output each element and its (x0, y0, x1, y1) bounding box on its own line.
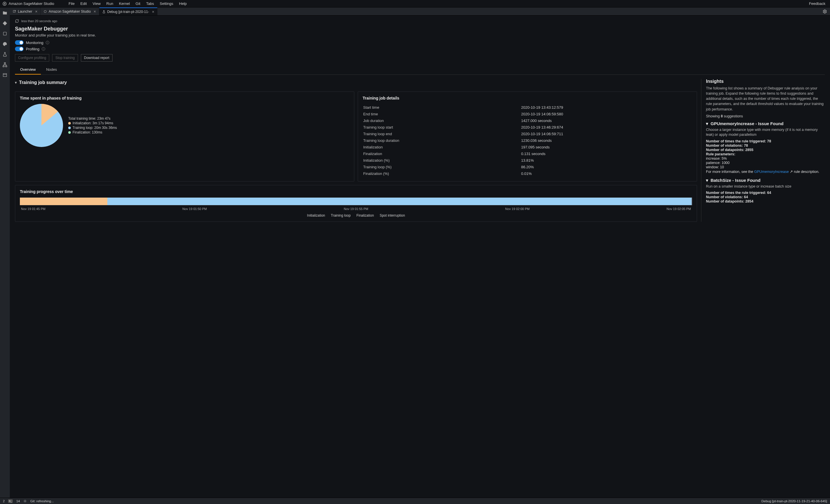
tab-debug[interactable]: Debug [pt-train-pt-2020-11- × (99, 7, 158, 15)
terminal-icon[interactable]: $_ (8, 499, 13, 503)
legend-dot-init (68, 122, 71, 125)
insights-heading: Insights (706, 79, 825, 84)
hierarchy-icon[interactable] (2, 62, 7, 67)
axis-tick: Nov 19 02:00 PM (505, 207, 530, 210)
rule-params-label: Rule parameters: (706, 152, 735, 156)
phases-title: Time spent in phases of training (20, 96, 349, 100)
monitoring-label: Monitoring (26, 40, 43, 45)
statusbar: 2 $_ 14 Git: refreshing... Debug [pt-tra… (0, 498, 830, 504)
rule-violations: Number of violations: 64 (706, 195, 748, 199)
training-summary-head[interactable]: ▾ Training job summary (15, 80, 697, 85)
detail-key: Job duration (363, 117, 521, 124)
detail-key: Initialization (363, 144, 521, 150)
rule-batchsize: ▾ BatchSize - Issue Found Run on a small… (706, 178, 825, 204)
detail-value: 1230.036 seconds (521, 137, 692, 143)
configure-profiling-button[interactable]: Configure profiling (15, 54, 49, 62)
close-icon[interactable]: × (152, 9, 154, 14)
progress-card: Training progress over time Nov 19 01:45… (15, 185, 697, 222)
profiling-toggle[interactable] (15, 46, 24, 51)
page-title: SageMaker Debugger (15, 26, 825, 32)
detail-value: 2020-10-19 13:46:29:674 (521, 124, 692, 130)
tab-overview[interactable]: Overview (15, 65, 41, 74)
detail-key: End time (363, 111, 521, 117)
rule-doc-link[interactable]: GPUmemoryIncrease (754, 170, 789, 174)
detail-value: 0.131 seconds (521, 151, 692, 157)
legend-item: Training loop (331, 213, 351, 217)
table-row: Training loop start2020-10-19 13:46:29:6… (363, 124, 692, 130)
stop-training-button[interactable]: Stop training (52, 54, 78, 62)
detail-value: 2020-10-19 14:06:59:711 (521, 131, 692, 137)
axis-tick: Nov 19 01:55 PM (344, 207, 369, 210)
menu-tabs[interactable]: Tabs (143, 1, 157, 6)
monitoring-toggle[interactable] (15, 40, 24, 45)
menu-edit[interactable]: Edit (77, 1, 90, 6)
menu-git[interactable]: Git (133, 1, 143, 6)
rule-more-info: For more information, see the GPUmemoryI… (706, 169, 825, 174)
launch-icon (13, 10, 16, 13)
flask-icon[interactable] (2, 52, 7, 57)
rule-head[interactable]: ▾ GPUmemoryIncrease - Issue Found (706, 121, 825, 126)
refresh-label: less than 20 seconds ago (21, 19, 57, 23)
chevron-down-icon: ▾ (706, 121, 708, 126)
table-row: Training loop duration1230.036 seconds (363, 137, 692, 143)
rule-name: BatchSize - Issue Found (710, 178, 760, 183)
info-icon[interactable]: i (46, 41, 49, 44)
status-tabs-count[interactable]: 14 (16, 499, 20, 503)
stop-square-icon[interactable] (2, 31, 7, 36)
settings-icon[interactable] (23, 499, 27, 503)
svg-point-1 (4, 3, 5, 4)
details-title: Training job details (363, 96, 692, 100)
legend-final: Finalization: 130ms (72, 130, 102, 134)
tab-nodes[interactable]: Nodes (41, 65, 62, 74)
tab-studio[interactable]: Amazon SageMaker Studio × (40, 7, 99, 15)
menu-run[interactable]: Run (104, 1, 116, 6)
rule-violations: Number of violations: 78 (706, 143, 748, 147)
folder-icon[interactable] (2, 10, 7, 15)
rule-desc: Run on a smaller instance type or increa… (706, 184, 825, 189)
tab-label: Amazon SageMaker Studio (49, 9, 91, 13)
git-icon[interactable] (2, 21, 7, 26)
info-icon[interactable]: i (42, 47, 45, 51)
detail-key: Training loop (%) (363, 164, 521, 170)
table-row: Training loop end2020-10-19 14:06:59:711 (363, 131, 692, 137)
content: less than 20 seconds ago SageMaker Debug… (10, 15, 830, 498)
detail-key: Training loop start (363, 124, 521, 130)
status-git[interactable]: Git: refreshing... (30, 499, 54, 503)
rule-gpu-memory-increase: ▾ GPUmemoryIncrease - Issue Found Choose… (706, 121, 825, 174)
gear-icon[interactable] (820, 9, 830, 14)
menu-file[interactable]: File (66, 1, 77, 6)
insights-panel: Insights The following list shows a summ… (701, 79, 825, 222)
panel-icon[interactable] (2, 72, 7, 78)
progress-axis: Nov 19 01:45 PM Nov 19 01:50 PM Nov 19 0… (20, 207, 692, 210)
table-row: Job duration1427.000 seconds (363, 117, 692, 124)
sagemaker-logo-icon (2, 1, 7, 6)
feedback-link[interactable]: Feedback (809, 1, 828, 6)
menu-kernel[interactable]: Kernel (116, 1, 133, 6)
toggle-monitoring-row: Monitoring i (15, 40, 825, 45)
palette-icon[interactable] (2, 41, 7, 46)
menu-view[interactable]: View (90, 1, 104, 6)
detail-key: Initialization (%) (363, 157, 521, 163)
details-card: Training job details Start time2020-10-1… (358, 92, 697, 181)
external-link-icon: ↗ (790, 170, 793, 174)
detail-value: 0.01% (521, 171, 692, 177)
svg-point-10 (824, 11, 825, 12)
detail-value: 1427.000 seconds (521, 117, 692, 124)
status-right[interactable]: Debug [pt-train-pt-2020-11-19-21-40-06-6… (762, 499, 827, 503)
close-icon[interactable]: × (94, 9, 96, 14)
close-icon[interactable]: × (35, 9, 37, 14)
menu-help[interactable]: Help (176, 1, 190, 6)
chevron-down-icon: ▾ (15, 80, 17, 85)
page-subtitle: Monitor and profile your training jobs i… (15, 33, 825, 37)
menu-settings[interactable]: Settings (157, 1, 176, 6)
tab-launcher[interactable]: Launcher × (10, 7, 40, 15)
detail-key: Start time (363, 104, 521, 110)
tab-label: Debug [pt-train-pt-2020-11- (107, 10, 149, 14)
legend-item: Spot interruption (380, 213, 405, 217)
rule-head[interactable]: ▾ BatchSize - Issue Found (706, 178, 825, 183)
toggle-profiling-row: Profiling i (15, 46, 825, 51)
refresh-icon[interactable] (15, 19, 19, 23)
section-title: Training job summary (19, 80, 67, 85)
download-report-button[interactable]: Download report (81, 54, 113, 62)
status-left-num[interactable]: 2 (3, 499, 5, 503)
